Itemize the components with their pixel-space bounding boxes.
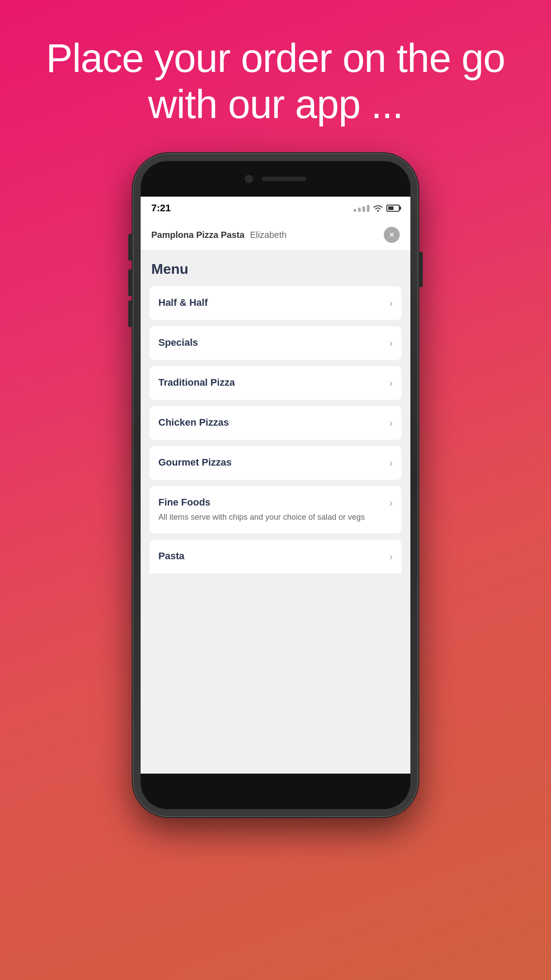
menu-item-pasta[interactable]: Pasta › <box>150 540 401 573</box>
menu-item-half-half[interactable]: Half & Half › <box>150 286 401 320</box>
front-camera <box>245 175 253 183</box>
status-time: 7:21 <box>151 202 171 214</box>
menu-item-content: Gourmet Pizzas <box>158 457 385 468</box>
menu-heading: Menu <box>150 261 401 277</box>
status-icons <box>354 205 400 212</box>
menu-item-chicken-pizzas[interactable]: Chicken Pizzas › <box>150 406 401 440</box>
menu-item-content: Half & Half <box>158 297 385 308</box>
phone-top-bar <box>141 161 410 197</box>
menu-item-label: Fine Foods <box>158 497 385 508</box>
signal-icon <box>354 205 370 212</box>
location-name: Elizabeth <box>250 230 287 240</box>
chevron-icon: › <box>390 498 393 509</box>
hero-section: Place your order on the go with our app … <box>0 0 551 154</box>
menu-item-content: Fine Foods All items serve with chips an… <box>158 497 385 523</box>
menu-item-description: All items serve with chips and your choi… <box>158 512 385 523</box>
menu-item-content: Traditional Pizza <box>158 377 385 388</box>
menu-item-specials[interactable]: Specials › <box>150 326 401 360</box>
restaurant-name: Pamplona Pizza Pasta <box>151 230 244 240</box>
menu-item-label: Half & Half <box>158 297 385 308</box>
close-button[interactable]: × <box>384 227 400 243</box>
status-bar: 7:21 <box>141 197 410 220</box>
menu-item-label: Pasta <box>158 550 385 562</box>
wifi-icon <box>373 205 383 212</box>
chevron-icon: › <box>390 298 393 309</box>
hero-tagline: Place your order on the go with our app … <box>44 36 507 127</box>
nav-title-group: Pamplona Pizza Pasta Elizabeth <box>151 230 287 240</box>
chevron-icon: › <box>390 418 393 429</box>
menu-item-traditional-pizza[interactable]: Traditional Pizza › <box>150 366 401 400</box>
app-nav: Pamplona Pizza Pasta Elizabeth × <box>141 220 410 250</box>
phone-speaker <box>262 177 306 181</box>
chevron-icon: › <box>390 551 393 563</box>
menu-item-label: Chicken Pizzas <box>158 417 385 428</box>
close-icon: × <box>390 230 394 240</box>
menu-item-label: Gourmet Pizzas <box>158 457 385 468</box>
phone-shell: 7:21 Pampl <box>134 154 417 816</box>
battery-fill <box>388 206 394 210</box>
menu-item-label: Specials <box>158 337 385 348</box>
battery-icon <box>386 205 400 212</box>
chevron-icon: › <box>390 378 393 389</box>
chevron-icon: › <box>390 458 393 469</box>
menu-item-label: Traditional Pizza <box>158 377 385 388</box>
phone-bottom-bar <box>141 774 410 809</box>
chevron-icon: › <box>390 338 393 349</box>
menu-content: Menu Half & Half › Specials › <box>141 250 410 584</box>
menu-item-gourmet-pizzas[interactable]: Gourmet Pizzas › <box>150 446 401 480</box>
menu-item-fine-foods[interactable]: Fine Foods All items serve with chips an… <box>150 486 401 533</box>
phone-outer: 7:21 Pampl <box>134 154 417 816</box>
menu-item-content: Pasta <box>158 550 385 562</box>
phone-screen: 7:21 Pampl <box>141 197 410 774</box>
menu-item-content: Specials <box>158 337 385 348</box>
menu-item-content: Chicken Pizzas <box>158 417 385 428</box>
svg-point-0 <box>377 210 379 212</box>
